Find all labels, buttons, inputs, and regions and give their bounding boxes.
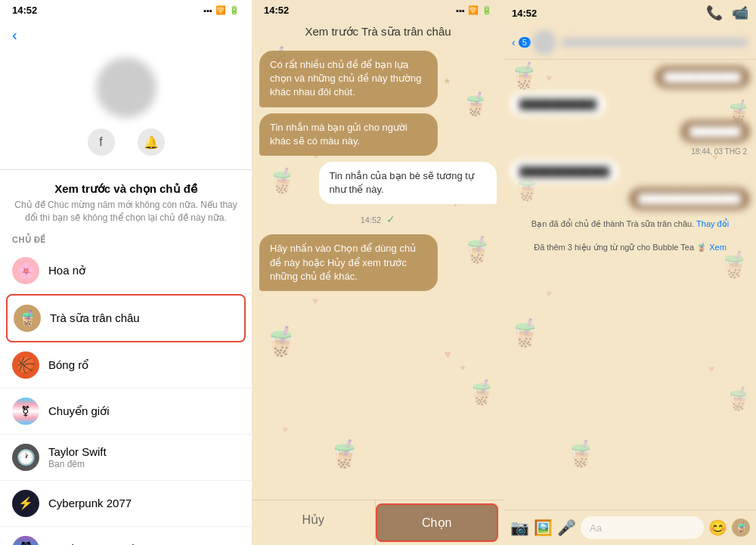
header-contact [532,30,748,54]
panel-middle: 🧋 🧋 🧋 🧋 🧋 🧋 🧋 ♥ ♥ ♥ ♥ ♥ ♥ ★ ★ ★ ★ 14:52 … [252,0,504,545]
system-message-theme-change: Bạn đã đổi chủ đề thành Trà sữa trân châ… [510,219,750,229]
theme-item-chuyen-gioi[interactable]: ⚧ Chuyển giới [0,389,252,435]
divider-top [0,169,252,170]
theme-icon-cyberpunk: ⚡ [12,490,39,517]
cancel-button[interactable]: Hủy [252,500,376,545]
profile-action-icons: f 🔔 [88,129,165,156]
theme-name-chuyen-gioi: Chuyển giới [48,404,110,418]
right-msg-blurred-1: ████████████ [655,66,750,88]
theme-item-tra-sua[interactable]: 🧋 Trà sữa trân châu [6,294,246,342]
back-chevron-icon: ‹ [12,26,17,43]
preview-msg-2: Tin nhắn mà bạn gửi cho người khác sẽ có… [259,113,438,156]
system-message-bubble-tea: Đã thêm 3 hiệu ứng từ ngữ cho Bubble Tea… [510,243,750,252]
theme-list: 🌸 Hoa nở 🧋 Trà sữa trân châu 🏀 Bóng rổ ⚧… [0,248,252,545]
theme-icon-nguoi-phi: ⚧ [12,536,39,545]
theme-icon-bong-ro: 🏀 [12,351,39,379]
profile-section: f 🔔 [0,50,252,163]
preview-action-buttons: Hủy Chọn [252,500,504,545]
theme-item-hoa-no[interactable]: 🌸 Hoa nở [0,248,252,294]
right-chat-area: ████████████ ████████████ ████████ 18:44… [504,60,756,509]
bell-icon: 🔔 [144,135,159,150]
contact-avatar [532,30,556,54]
right-msg-blurred-4: ██████████████ [510,160,618,183]
theme-panel-title: Xem trước và chọn chủ đề [12,182,240,196]
checkmark-icon: ✓ [386,213,395,225]
right-chat-header: ‹ 5 [504,26,756,60]
mic-icon[interactable]: 🎤 [557,519,576,537]
panel-left: 14:52 ▪▪▪ 🛜 🔋 ‹ f 🔔 Xem trước và chọn ch… [0,0,252,545]
theme-icon-tra-sua: 🧋 [14,305,41,332]
theme-item-nguoi-phi[interactable]: ⚧ Người phi nhị giới [0,527,252,545]
time-middle: 14:52 [264,5,289,16]
right-msg-blurred-3: ████████ [680,120,750,143]
theme-icon-taylor-swift: 🕐 [12,444,39,471]
panel-right: 🧋 🧋 🧋 🧋 🧋 🧋 🧋 ♥ ♥ ♥ ♥ 14:52 📞 📹 ‹ 5 ████… [504,0,756,545]
status-bar-right: 14:52 📞 📹 [504,0,756,26]
preview-msg-4: Hãy nhấn vào Chọn để dùng chủ đề này hoặ… [259,234,438,291]
facebook-icon-btn[interactable]: f [88,129,115,156]
phone-icon[interactable]: 📞 [706,5,723,21]
theme-icon-chuyen-gioi: ⚧ [12,398,39,425]
theme-panel-header: Xem trước và chọn chủ đề Chủ đề Chúc mừn… [0,176,252,228]
preview-msg-1: Có rất nhiều chủ đề để bạn lựa chọn và n… [259,51,438,107]
notification-icon-btn[interactable]: 🔔 [138,129,165,156]
avatar [96,57,156,118]
camera-icon[interactable]: 📷 [510,519,529,537]
boba-sticker-icon[interactable]: 🧋 [732,519,750,537]
theme-info-taylor-swift: Taylor Swift Ban đêm [48,445,107,469]
facebook-icon: f [99,135,102,149]
video-icon[interactable]: 📹 [732,5,748,21]
smiley-icon[interactable]: 😊 [708,519,727,537]
contact-name-blurred [561,38,748,47]
message-input[interactable]: Aa [581,516,704,539]
preview-title: Xem trước Trà sữa trân châu [252,20,504,43]
theme-item-taylor-swift[interactable]: 🕐 Taylor Swift Ban đêm [0,435,252,481]
battery-icon-mid: 🔋 [482,5,492,15]
theme-name-tra-sua: Trà sữa trân châu [50,311,140,325]
chat-preview-area: Có rất nhiều chủ đề để bạn lựa chọn và n… [252,43,504,500]
signal-icon: ▪▪▪ [203,6,212,15]
status-bar-left: 14:52 ▪▪▪ 🛜 🔋 [0,0,252,20]
right-input-bar: 📷 🖼️ 🎤 Aa 😊 🧋 [504,509,756,545]
unread-badge: 5 [519,37,531,48]
status-icons-middle: ▪▪▪ 🛜 🔋 [456,5,492,15]
right-nav-icons: 📞 📹 [706,5,748,21]
image-icon[interactable]: 🖼️ [534,519,553,537]
status-icons-left: ▪▪▪ 🛜 🔋 [203,5,240,15]
theme-name-bong-ro: Bóng rổ [48,358,88,372]
theme-change-link[interactable]: Thay đổi [696,219,729,228]
battery-icon: 🔋 [229,5,240,15]
input-placeholder: Aa [590,522,602,534]
theme-name-cyberpunk: Cyberpunk 2077 [48,497,132,509]
right-date-separator: 18:44, 03 THG 2 [691,147,747,156]
right-msg-blurred-2: ████████████ [510,93,606,116]
status-bar-middle: 14:52 ▪▪▪ 🛜 🔋 [252,0,504,20]
signal-icon-mid: ▪▪▪ [456,6,465,15]
right-msg-blurred-5: ████████████████ [629,187,750,210]
theme-panel-subtitle: Chủ đề Chúc mừng năm mới không còn nữa. … [12,199,240,225]
choose-button[interactable]: Chọn [376,503,499,542]
see-effects-link[interactable]: Xem [709,243,727,252]
theme-icon-hoa-no: 🌸 [12,257,39,284]
wifi-icon: 🛜 [215,5,226,15]
theme-name-hoa-no: Hoa nở [48,264,85,277]
time-right: 14:52 [512,8,537,19]
preview-msg-3: Tin nhắn của bạn bè sẽ tương tự như thế … [319,162,497,204]
right-back-chevron-icon[interactable]: ‹ [512,36,516,48]
wifi-icon-mid: 🛜 [468,5,479,15]
section-label-themes: CHỦ ĐỀ [0,228,252,248]
theme-name-nguoi-phi: Người phi nhị giới [48,543,138,545]
back-button-left[interactable]: ‹ [0,20,252,50]
theme-item-bong-ro[interactable]: 🏀 Bóng rổ [0,342,252,389]
theme-item-cyberpunk[interactable]: ⚡ Cyberpunk 2077 [0,481,252,527]
preview-time: 14:52 ✓ [259,213,497,225]
time-left: 14:52 [12,5,37,16]
